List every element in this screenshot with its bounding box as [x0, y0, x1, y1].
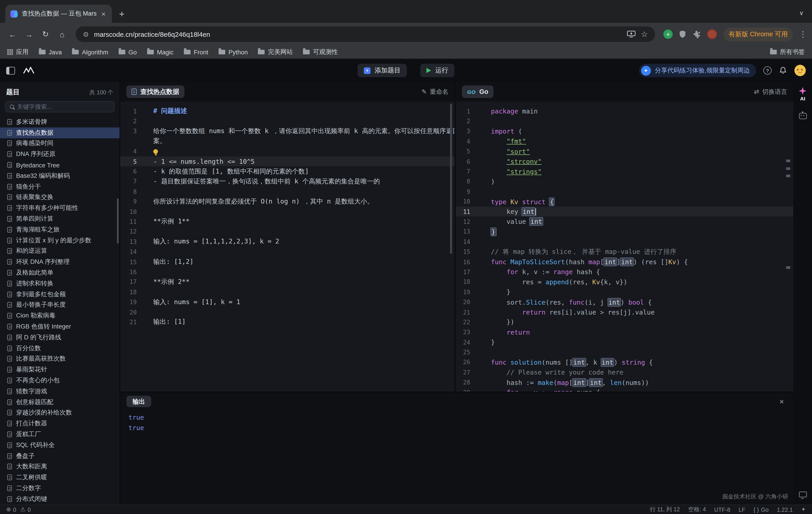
chrome-update-chip[interactable]: 有新版 Chrome 可用	[724, 27, 793, 41]
problem-line[interactable]: 7- 题目数据保证答案唯一，换句话说，数组中前 k 个高频元素的集合是唯一的	[120, 176, 455, 187]
problem-line[interactable]: 19输入: nums = [1], k = 1	[120, 297, 455, 307]
problem-line[interactable]: 15输出: [1,2]	[120, 257, 455, 267]
lightbulb-icon[interactable]	[153, 149, 158, 154]
code-line[interactable]: 18 res = append(res, Kv{k, v})	[456, 277, 793, 287]
bookmark-item[interactable]: 完美网站	[258, 48, 293, 56]
code-line[interactable]: 1package main	[456, 106, 793, 116]
code-line[interactable]: 4 "fmt"	[456, 136, 793, 146]
problem-line[interactable]: 10	[120, 207, 455, 217]
problem-line[interactable]: 8	[120, 187, 455, 197]
code-line[interactable]: 28 hash := make(map[int]int, len(nums))	[456, 377, 793, 388]
sidebar-item[interactable]: DNA 序列还原	[0, 149, 120, 160]
bookmark-item[interactable]: Algorithm	[72, 48, 108, 56]
status-sparkle-icon[interactable]: ✦	[801, 506, 806, 513]
code-line[interactable]: 14	[456, 237, 793, 247]
code-editor[interactable]: 1package main23import (4 "fmt"5 "sort"6 …	[456, 102, 793, 392]
problem-editor[interactable]: 1# 问题描述23给你一个整数数组 nums 和一个整数 k ，请你返回其中出现…	[120, 102, 455, 392]
sidebar-item[interactable]: 及格如此简单	[0, 267, 120, 278]
code-line[interactable]: 13}	[456, 227, 793, 237]
sidebar-item[interactable]: 创意标题匹配	[0, 397, 120, 407]
cursor-position[interactable]: 行 11, 列 12	[650, 506, 680, 513]
problem-line[interactable]: 14	[120, 247, 455, 257]
ai-label[interactable]: AI	[800, 96, 805, 102]
forward-icon[interactable]: →	[22, 27, 36, 41]
code-line[interactable]: 19 }	[456, 287, 793, 297]
all-bookmarks-button[interactable]: 所有书签	[770, 48, 805, 56]
bookmark-item[interactable]: Python	[219, 48, 248, 56]
language-version[interactable]: 1.22.1	[777, 506, 792, 513]
sidebar-item[interactable]: 多米诺骨牌	[0, 117, 120, 127]
new-tab-button[interactable]: +	[119, 9, 124, 19]
code-line[interactable]: 27 // Please write your code here	[456, 367, 793, 377]
sidebar-item[interactable]: 猫鱼分干	[0, 181, 120, 192]
sidebar-item[interactable]: 简单四则计算	[0, 213, 120, 224]
code-line[interactable]: 11 key int	[456, 207, 793, 217]
code-line[interactable]: 26func solution(nums []int, k int) strin…	[456, 358, 793, 368]
sidebar-item[interactable]: SQL 代码补全	[0, 440, 120, 451]
encoding[interactable]: UTF-8	[714, 506, 730, 513]
site-settings-icon[interactable]: ⚙	[83, 30, 89, 38]
problem-line[interactable]: 6- k 的取值范围是 [1, 数组中不相同的元素的个数]	[120, 167, 455, 177]
sidebar-item[interactable]: 进制求和转换	[0, 278, 120, 289]
sidebar-item[interactable]: 字符串有多少种可能性	[0, 203, 120, 214]
install-app-icon[interactable]	[627, 30, 636, 38]
tab-close-icon[interactable]: ×	[100, 9, 107, 18]
extension-shield-icon[interactable]	[679, 30, 686, 38]
sidebar-item[interactable]: 穿越沙漠的补给次数	[0, 407, 120, 418]
code-line[interactable]: 22 })	[456, 317, 793, 327]
sidebar-item[interactable]: 二分数字	[0, 483, 120, 494]
problem-scrollbar[interactable]	[450, 104, 452, 254]
browser-profile-avatar[interactable]	[707, 29, 717, 39]
sidebar-item[interactable]: Bytedance Tree	[0, 160, 120, 171]
share-banner[interactable]: ✦ 分享代码练习体验,领限量定制周边	[639, 64, 756, 77]
sidebar-item[interactable]: Base32 编码和解码	[0, 170, 120, 181]
sidebar-item[interactable]: 大数和距离	[0, 461, 120, 472]
errors-indicator[interactable]: ⊗ 0	[6, 506, 16, 513]
sidebar-item[interactable]: 猜数字游戏	[0, 386, 120, 397]
code-line[interactable]: 7 "strings"	[456, 167, 793, 177]
sidebar-item[interactable]: 链表聚集交换	[0, 192, 120, 203]
problem-tab[interactable]: 查找热点数据	[126, 86, 184, 98]
sidebar-item[interactable]: Cion 勒索病毒	[0, 311, 120, 321]
sidebar-item[interactable]: 计算位置 x 到 y 的最少步数	[0, 235, 120, 246]
sidebar-item[interactable]: 查找热点数据	[0, 127, 120, 138]
problem-line[interactable]: 13输入: nums = [1,1,1,2,2,3], k = 2	[120, 237, 455, 247]
notifications-bell-icon[interactable]	[779, 66, 787, 75]
sidebar-item[interactable]: 比赛最高获胜次数	[0, 353, 120, 364]
sidebar-item[interactable]: 最小替换子串长度	[0, 299, 120, 311]
url-input[interactable]	[94, 30, 621, 38]
code-line[interactable]: 24}	[456, 337, 793, 347]
problem-line[interactable]: 18	[120, 287, 455, 297]
ai-sparkle-icon[interactable]	[799, 87, 806, 95]
problem-line[interactable]: 12	[120, 227, 455, 237]
bookmark-item[interactable]: 可观测性	[303, 48, 338, 56]
assistant-robot-icon[interactable]	[799, 113, 806, 119]
sidebar-item[interactable]: 青海湖租车之旅	[0, 224, 120, 235]
back-icon[interactable]: ←	[5, 27, 20, 41]
extensions-puzzle-icon[interactable]	[692, 30, 701, 38]
sidebar-item[interactable]: 叠盘子	[0, 451, 120, 461]
code-line[interactable]: 8)	[456, 176, 793, 187]
code-line[interactable]: 9	[456, 187, 793, 197]
add-problem-button[interactable]: + 添加题目	[357, 64, 407, 77]
help-icon[interactable]: ?	[763, 66, 772, 75]
reload-icon[interactable]: ↻	[38, 27, 53, 41]
problem-line[interactable]: 9你所设计算法的时间复杂度必须优于 O(n log n) ，其中 n 是数组大小…	[120, 197, 455, 207]
problem-line[interactable]: 4	[120, 146, 455, 156]
sidebar-item[interactable]: 打点计数器	[0, 418, 120, 429]
code-line[interactable]: 16func MapToSliceSort(hash map[int]int) …	[456, 257, 793, 267]
problem-line[interactable]: 20	[120, 307, 455, 317]
output-close-icon[interactable]: ×	[779, 397, 784, 406]
sidebar-item[interactable]: 百分位数	[0, 343, 120, 353]
code-line[interactable]: 20 sort.Slice(res, func(i, j int) bool {	[456, 297, 793, 307]
problem-line[interactable]: 3给你一个整数数组 nums 和一个整数 k ，请你返回其中出现频率前 k 高的…	[120, 126, 455, 137]
sidebar-item[interactable]: 不再贪心的小包	[0, 375, 120, 386]
code-line[interactable]: 29 for _, v := range nums {	[456, 388, 793, 392]
sidebar-scrollbar[interactable]	[117, 198, 119, 244]
language-tab[interactable]: GO Go	[462, 86, 494, 98]
code-line[interactable]: 23 return	[456, 327, 793, 337]
browser-tab[interactable]: 查找热点数据 — 豆包 MarsCod... ×	[5, 5, 112, 23]
sidebar-toggle-icon[interactable]	[6, 66, 15, 74]
bookmark-star-icon[interactable]: ☆	[641, 30, 648, 39]
problem-line[interactable]: 16	[120, 267, 455, 277]
